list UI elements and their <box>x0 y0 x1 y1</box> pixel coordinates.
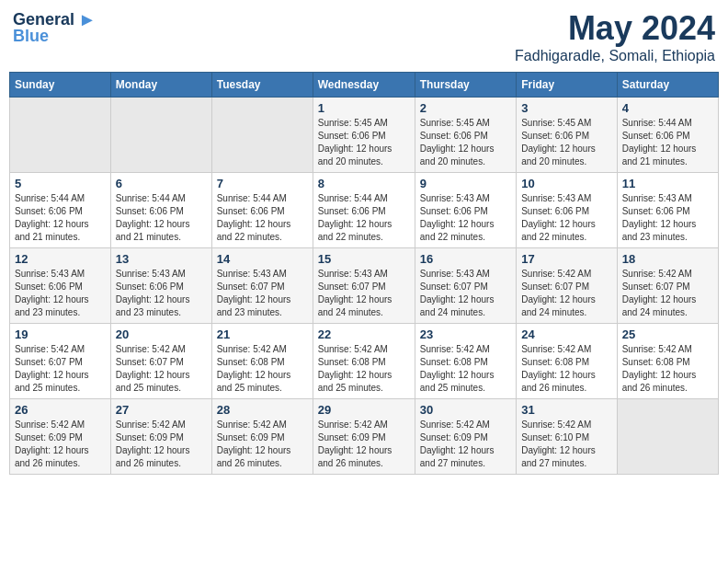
page-header: General ► Blue May 2024 Fadhigaradle, So… <box>9 9 719 64</box>
calendar-cell: 25Sunrise: 5:42 AM Sunset: 6:08 PM Dayli… <box>617 324 718 399</box>
calendar-cell: 18Sunrise: 5:42 AM Sunset: 6:07 PM Dayli… <box>617 248 718 324</box>
day-number: 9 <box>420 177 511 190</box>
calendar-cell: 21Sunrise: 5:42 AM Sunset: 6:08 PM Dayli… <box>211 324 313 399</box>
header-monday: Monday <box>110 73 211 98</box>
day-number: 4 <box>622 101 713 115</box>
day-info: Sunrise: 5:42 AM Sunset: 6:08 PM Dayligh… <box>217 343 308 395</box>
day-info: Sunrise: 5:44 AM Sunset: 6:06 PM Dayligh… <box>15 192 106 244</box>
day-number: 17 <box>521 252 612 266</box>
day-number: 23 <box>420 327 511 341</box>
logo-blue: Blue <box>13 27 49 46</box>
calendar-cell: 15Sunrise: 5:43 AM Sunset: 6:07 PM Dayli… <box>313 248 415 324</box>
calendar-cell <box>110 98 211 173</box>
day-number: 5 <box>15 177 106 190</box>
day-number: 29 <box>318 403 410 417</box>
calendar-cell: 13Sunrise: 5:43 AM Sunset: 6:06 PM Dayli… <box>110 248 211 324</box>
day-info: Sunrise: 5:42 AM Sunset: 6:08 PM Dayligh… <box>420 343 511 395</box>
day-info: Sunrise: 5:45 AM Sunset: 6:06 PM Dayligh… <box>420 117 511 168</box>
week-row-4: 19Sunrise: 5:42 AM Sunset: 6:07 PM Dayli… <box>10 324 719 399</box>
header-sunday: Sunday <box>10 73 111 98</box>
header-wednesday: Wednesday <box>313 73 415 98</box>
calendar-cell: 3Sunrise: 5:45 AM Sunset: 6:06 PM Daylig… <box>517 98 618 173</box>
logo: General ► Blue <box>13 9 97 46</box>
day-info: Sunrise: 5:42 AM Sunset: 6:08 PM Dayligh… <box>622 343 713 395</box>
day-info: Sunrise: 5:45 AM Sunset: 6:06 PM Dayligh… <box>318 117 410 168</box>
logo-bird-icon: ► <box>78 9 97 30</box>
calendar-cell: 28Sunrise: 5:42 AM Sunset: 6:09 PM Dayli… <box>211 399 313 475</box>
calendar-cell: 12Sunrise: 5:43 AM Sunset: 6:06 PM Dayli… <box>10 248 111 324</box>
calendar-cell: 14Sunrise: 5:43 AM Sunset: 6:07 PM Dayli… <box>211 248 313 324</box>
calendar-cell: 2Sunrise: 5:45 AM Sunset: 6:06 PM Daylig… <box>415 98 516 173</box>
day-info: Sunrise: 5:42 AM Sunset: 6:07 PM Dayligh… <box>622 268 713 319</box>
calendar-cell: 11Sunrise: 5:43 AM Sunset: 6:06 PM Dayli… <box>617 173 718 248</box>
day-info: Sunrise: 5:44 AM Sunset: 6:06 PM Dayligh… <box>116 192 207 244</box>
day-number: 11 <box>622 177 713 190</box>
day-number: 21 <box>217 327 308 341</box>
day-info: Sunrise: 5:43 AM Sunset: 6:07 PM Dayligh… <box>420 268 511 319</box>
calendar-cell: 6Sunrise: 5:44 AM Sunset: 6:06 PM Daylig… <box>110 173 211 248</box>
calendar-cell <box>211 98 313 173</box>
calendar-table: SundayMondayTuesdayWednesdayThursdayFrid… <box>9 72 719 475</box>
day-info: Sunrise: 5:44 AM Sunset: 6:06 PM Dayligh… <box>318 192 410 244</box>
day-info: Sunrise: 5:43 AM Sunset: 6:07 PM Dayligh… <box>217 268 308 319</box>
calendar-cell: 27Sunrise: 5:42 AM Sunset: 6:09 PM Dayli… <box>110 399 211 475</box>
day-number: 10 <box>521 177 612 190</box>
day-number: 15 <box>318 252 410 266</box>
calendar-cell: 24Sunrise: 5:42 AM Sunset: 6:08 PM Dayli… <box>517 324 618 399</box>
day-number: 27 <box>116 403 207 417</box>
calendar-cell: 23Sunrise: 5:42 AM Sunset: 6:08 PM Dayli… <box>415 324 516 399</box>
day-info: Sunrise: 5:43 AM Sunset: 6:06 PM Dayligh… <box>15 268 106 319</box>
header-thursday: Thursday <box>415 73 516 98</box>
day-info: Sunrise: 5:42 AM Sunset: 6:09 PM Dayligh… <box>116 419 207 470</box>
day-number: 22 <box>318 327 410 341</box>
day-number: 30 <box>420 403 511 417</box>
day-number: 16 <box>420 252 511 266</box>
calendar-cell: 16Sunrise: 5:43 AM Sunset: 6:07 PM Dayli… <box>415 248 516 324</box>
day-number: 19 <box>15 327 106 341</box>
week-row-5: 26Sunrise: 5:42 AM Sunset: 6:09 PM Dayli… <box>10 399 719 475</box>
day-info: Sunrise: 5:43 AM Sunset: 6:06 PM Dayligh… <box>116 268 207 319</box>
calendar-cell <box>10 98 111 173</box>
calendar-cell: 1Sunrise: 5:45 AM Sunset: 6:06 PM Daylig… <box>313 98 415 173</box>
calendar-cell: 4Sunrise: 5:44 AM Sunset: 6:06 PM Daylig… <box>617 98 718 173</box>
day-number: 26 <box>15 403 106 417</box>
day-number: 14 <box>217 252 308 266</box>
calendar-cell: 26Sunrise: 5:42 AM Sunset: 6:09 PM Dayli… <box>10 399 111 475</box>
day-info: Sunrise: 5:45 AM Sunset: 6:06 PM Dayligh… <box>521 117 612 168</box>
calendar-cell: 29Sunrise: 5:42 AM Sunset: 6:09 PM Dayli… <box>313 399 415 475</box>
day-info: Sunrise: 5:42 AM Sunset: 6:07 PM Dayligh… <box>15 343 106 395</box>
calendar-cell <box>617 399 718 475</box>
calendar-cell: 31Sunrise: 5:42 AM Sunset: 6:10 PM Dayli… <box>517 399 618 475</box>
day-number: 13 <box>116 252 207 266</box>
day-number: 12 <box>15 252 106 266</box>
calendar-cell: 8Sunrise: 5:44 AM Sunset: 6:06 PM Daylig… <box>313 173 415 248</box>
day-info: Sunrise: 5:42 AM Sunset: 6:07 PM Dayligh… <box>521 268 612 319</box>
day-number: 31 <box>521 403 612 417</box>
week-row-2: 5Sunrise: 5:44 AM Sunset: 6:06 PM Daylig… <box>10 173 719 248</box>
header-row: SundayMondayTuesdayWednesdayThursdayFrid… <box>10 73 719 98</box>
day-info: Sunrise: 5:42 AM Sunset: 6:09 PM Dayligh… <box>420 419 511 470</box>
week-row-1: 1Sunrise: 5:45 AM Sunset: 6:06 PM Daylig… <box>10 98 719 173</box>
logo-general: General <box>13 10 74 29</box>
location-title: Fadhigaradle, Somali, Ethiopia <box>515 48 715 64</box>
day-info: Sunrise: 5:43 AM Sunset: 6:06 PM Dayligh… <box>521 192 612 244</box>
calendar-cell: 30Sunrise: 5:42 AM Sunset: 6:09 PM Dayli… <box>415 399 516 475</box>
day-info: Sunrise: 5:43 AM Sunset: 6:06 PM Dayligh… <box>622 192 713 244</box>
day-info: Sunrise: 5:43 AM Sunset: 6:06 PM Dayligh… <box>420 192 511 244</box>
day-number: 28 <box>217 403 308 417</box>
day-info: Sunrise: 5:42 AM Sunset: 6:09 PM Dayligh… <box>217 419 308 470</box>
day-info: Sunrise: 5:42 AM Sunset: 6:09 PM Dayligh… <box>318 419 410 470</box>
day-number: 2 <box>420 101 511 115</box>
title-block: May 2024 Fadhigaradle, Somali, Ethiopia <box>515 9 715 64</box>
calendar-cell: 22Sunrise: 5:42 AM Sunset: 6:08 PM Dayli… <box>313 324 415 399</box>
day-number: 7 <box>217 177 308 190</box>
day-number: 24 <box>521 327 612 341</box>
day-number: 25 <box>622 327 713 341</box>
day-info: Sunrise: 5:42 AM Sunset: 6:09 PM Dayligh… <box>15 419 106 470</box>
day-info: Sunrise: 5:42 AM Sunset: 6:10 PM Dayligh… <box>521 419 612 470</box>
day-info: Sunrise: 5:44 AM Sunset: 6:06 PM Dayligh… <box>622 117 713 168</box>
day-info: Sunrise: 5:43 AM Sunset: 6:07 PM Dayligh… <box>318 268 410 319</box>
day-info: Sunrise: 5:42 AM Sunset: 6:07 PM Dayligh… <box>116 343 207 395</box>
day-number: 20 <box>116 327 207 341</box>
day-info: Sunrise: 5:42 AM Sunset: 6:08 PM Dayligh… <box>521 343 612 395</box>
